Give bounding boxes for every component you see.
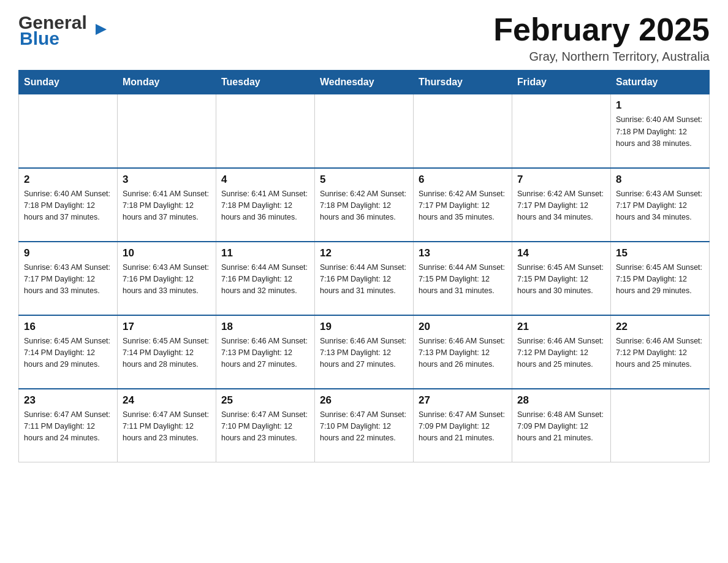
day-info: Sunrise: 6:43 AM Sunset: 7:17 PM Dayligh… xyxy=(24,262,112,297)
day-number: 18 xyxy=(221,321,309,333)
table-row: 26Sunrise: 6:47 AM Sunset: 7:10 PM Dayli… xyxy=(315,389,414,462)
day-info: Sunrise: 6:46 AM Sunset: 7:12 PM Dayligh… xyxy=(517,335,605,371)
table-row: 16Sunrise: 6:45 AM Sunset: 7:14 PM Dayli… xyxy=(19,315,118,389)
day-number: 5 xyxy=(320,174,408,186)
col-saturday: Saturday xyxy=(611,71,710,94)
table-row: 19Sunrise: 6:46 AM Sunset: 7:13 PM Dayli… xyxy=(315,315,414,389)
table-row: 8Sunrise: 6:43 AM Sunset: 7:17 PM Daylig… xyxy=(611,168,710,242)
day-number: 13 xyxy=(419,247,507,259)
table-row xyxy=(414,94,512,168)
table-row xyxy=(216,94,315,168)
day-number: 15 xyxy=(616,247,704,259)
day-info: Sunrise: 6:47 AM Sunset: 7:11 PM Dayligh… xyxy=(24,409,112,445)
day-number: 1 xyxy=(616,99,704,112)
table-row: 11Sunrise: 6:44 AM Sunset: 7:16 PM Dayli… xyxy=(216,242,315,315)
day-info: Sunrise: 6:40 AM Sunset: 7:18 PM Dayligh… xyxy=(616,114,704,150)
logo-blue-text: Blue xyxy=(20,28,59,49)
day-number: 11 xyxy=(221,247,309,259)
day-number: 7 xyxy=(517,174,605,186)
table-row xyxy=(118,94,216,168)
col-thursday: Thursday xyxy=(414,71,512,94)
calendar-week-row: 16Sunrise: 6:45 AM Sunset: 7:14 PM Dayli… xyxy=(19,315,710,389)
calendar-week-row: 2Sunrise: 6:40 AM Sunset: 7:18 PM Daylig… xyxy=(19,168,710,242)
day-number: 22 xyxy=(616,321,704,333)
day-number: 21 xyxy=(517,321,605,333)
table-row: 15Sunrise: 6:45 AM Sunset: 7:15 PM Dayli… xyxy=(611,242,710,315)
day-info: Sunrise: 6:45 AM Sunset: 7:14 PM Dayligh… xyxy=(24,335,112,371)
day-info: Sunrise: 6:40 AM Sunset: 7:18 PM Dayligh… xyxy=(24,188,112,224)
col-sunday: Sunday xyxy=(19,71,118,94)
day-number: 9 xyxy=(24,247,112,259)
page-subtitle: Gray, Northern Territory, Australia xyxy=(493,50,710,64)
table-row: 21Sunrise: 6:46 AM Sunset: 7:12 PM Dayli… xyxy=(512,315,611,389)
page-title: February 2025 xyxy=(493,12,710,47)
day-number: 14 xyxy=(517,247,605,259)
day-info: Sunrise: 6:44 AM Sunset: 7:16 PM Dayligh… xyxy=(221,262,309,297)
day-info: Sunrise: 6:45 AM Sunset: 7:15 PM Dayligh… xyxy=(517,262,605,297)
col-friday: Friday xyxy=(512,71,611,94)
day-info: Sunrise: 6:47 AM Sunset: 7:09 PM Dayligh… xyxy=(419,409,507,445)
day-info: Sunrise: 6:43 AM Sunset: 7:17 PM Dayligh… xyxy=(616,188,704,224)
day-number: 28 xyxy=(517,394,605,407)
day-number: 10 xyxy=(123,247,211,259)
day-number: 16 xyxy=(24,321,112,333)
table-row: 18Sunrise: 6:46 AM Sunset: 7:13 PM Dayli… xyxy=(216,315,315,389)
svg-marker-0 xyxy=(96,24,107,35)
day-info: Sunrise: 6:46 AM Sunset: 7:13 PM Dayligh… xyxy=(419,335,507,371)
logo-arrow-icon xyxy=(94,23,108,36)
day-number: 24 xyxy=(123,394,211,407)
day-info: Sunrise: 6:45 AM Sunset: 7:14 PM Dayligh… xyxy=(123,335,211,371)
day-info: Sunrise: 6:41 AM Sunset: 7:18 PM Dayligh… xyxy=(221,188,309,224)
day-number: 8 xyxy=(616,174,704,186)
day-number: 27 xyxy=(419,394,507,407)
table-row: 17Sunrise: 6:45 AM Sunset: 7:14 PM Dayli… xyxy=(118,315,216,389)
day-info: Sunrise: 6:46 AM Sunset: 7:13 PM Dayligh… xyxy=(320,335,408,371)
day-number: 12 xyxy=(320,247,408,259)
calendar-week-row: 23Sunrise: 6:47 AM Sunset: 7:11 PM Dayli… xyxy=(19,389,710,462)
col-tuesday: Tuesday xyxy=(216,71,315,94)
page-header: General Blue February 2025 Gray, Norther… xyxy=(18,12,710,64)
day-number: 4 xyxy=(221,174,309,186)
calendar-table: Sunday Monday Tuesday Wednesday Thursday… xyxy=(18,70,710,462)
day-info: Sunrise: 6:44 AM Sunset: 7:16 PM Dayligh… xyxy=(320,262,408,297)
calendar-header-row: Sunday Monday Tuesday Wednesday Thursday… xyxy=(19,71,710,94)
table-row: 13Sunrise: 6:44 AM Sunset: 7:15 PM Dayli… xyxy=(414,242,512,315)
day-info: Sunrise: 6:47 AM Sunset: 7:10 PM Dayligh… xyxy=(320,409,408,445)
table-row xyxy=(611,389,710,462)
table-row xyxy=(512,94,611,168)
table-row: 5Sunrise: 6:42 AM Sunset: 7:18 PM Daylig… xyxy=(315,168,414,242)
day-number: 26 xyxy=(320,394,408,407)
day-info: Sunrise: 6:42 AM Sunset: 7:18 PM Dayligh… xyxy=(320,188,408,224)
day-number: 20 xyxy=(419,321,507,333)
table-row: 6Sunrise: 6:42 AM Sunset: 7:17 PM Daylig… xyxy=(414,168,512,242)
table-row: 2Sunrise: 6:40 AM Sunset: 7:18 PM Daylig… xyxy=(19,168,118,242)
table-row: 7Sunrise: 6:42 AM Sunset: 7:17 PM Daylig… xyxy=(512,168,611,242)
table-row: 28Sunrise: 6:48 AM Sunset: 7:09 PM Dayli… xyxy=(512,389,611,462)
day-info: Sunrise: 6:42 AM Sunset: 7:17 PM Dayligh… xyxy=(419,188,507,224)
table-row: 1Sunrise: 6:40 AM Sunset: 7:18 PM Daylig… xyxy=(611,94,710,168)
day-number: 19 xyxy=(320,321,408,333)
table-row: 22Sunrise: 6:46 AM Sunset: 7:12 PM Dayli… xyxy=(611,315,710,389)
logo: General Blue xyxy=(18,12,94,49)
day-info: Sunrise: 6:46 AM Sunset: 7:12 PM Dayligh… xyxy=(616,335,704,371)
day-number: 6 xyxy=(419,174,507,186)
col-wednesday: Wednesday xyxy=(315,71,414,94)
day-info: Sunrise: 6:45 AM Sunset: 7:15 PM Dayligh… xyxy=(616,262,704,297)
table-row xyxy=(315,94,414,168)
calendar-week-row: 9Sunrise: 6:43 AM Sunset: 7:17 PM Daylig… xyxy=(19,242,710,315)
day-info: Sunrise: 6:43 AM Sunset: 7:16 PM Dayligh… xyxy=(123,262,211,297)
table-row: 25Sunrise: 6:47 AM Sunset: 7:10 PM Dayli… xyxy=(216,389,315,462)
table-row xyxy=(19,94,118,168)
day-number: 23 xyxy=(24,394,112,407)
day-info: Sunrise: 6:44 AM Sunset: 7:15 PM Dayligh… xyxy=(419,262,507,297)
day-info: Sunrise: 6:41 AM Sunset: 7:18 PM Dayligh… xyxy=(123,188,211,224)
day-number: 17 xyxy=(123,321,211,333)
table-row: 10Sunrise: 6:43 AM Sunset: 7:16 PM Dayli… xyxy=(118,242,216,315)
col-monday: Monday xyxy=(118,71,216,94)
day-info: Sunrise: 6:48 AM Sunset: 7:09 PM Dayligh… xyxy=(517,409,605,445)
calendar-week-row: 1Sunrise: 6:40 AM Sunset: 7:18 PM Daylig… xyxy=(19,94,710,168)
day-number: 2 xyxy=(24,174,112,186)
title-block: February 2025 Gray, Northern Territory, … xyxy=(493,12,710,64)
table-row: 24Sunrise: 6:47 AM Sunset: 7:11 PM Dayli… xyxy=(118,389,216,462)
day-number: 25 xyxy=(221,394,309,407)
